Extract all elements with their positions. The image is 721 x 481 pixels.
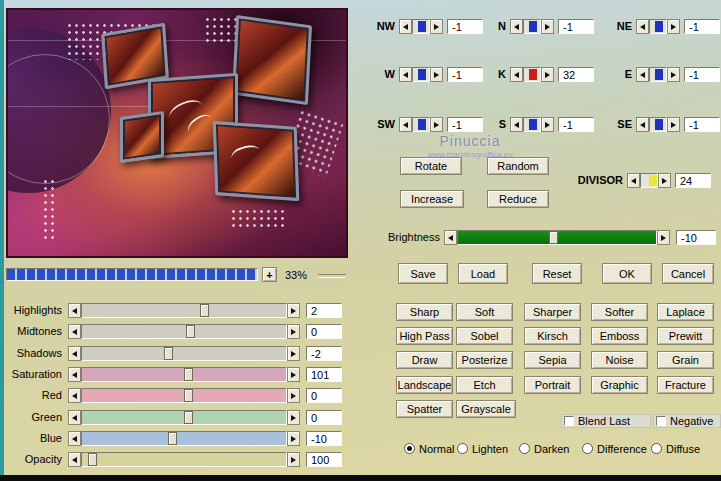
matrix-spinner-nw[interactable] [399, 19, 443, 34]
filter-soft-button[interactable]: Soft [456, 303, 513, 321]
spinner-right-arrow[interactable] [430, 67, 443, 82]
checkbox-box-icon[interactable] [656, 416, 666, 426]
slider-left-arrow[interactable] [444, 230, 457, 245]
matrix-spinner-k[interactable] [510, 67, 554, 82]
slider-track[interactable] [81, 324, 287, 339]
filter-sharper-button[interactable]: Sharper [524, 303, 581, 321]
slider-right-arrow[interactable] [287, 410, 300, 425]
green-slider[interactable] [68, 410, 300, 425]
spinner-right-arrow[interactable] [658, 173, 671, 188]
slider-left-arrow[interactable] [68, 324, 81, 339]
spinner-thumb[interactable] [655, 69, 663, 80]
matrix-spinner-w[interactable] [399, 67, 443, 82]
slider-right-arrow[interactable] [287, 452, 300, 467]
random-button[interactable]: Random [487, 157, 549, 175]
filter-sobel-button[interactable]: Sobel [456, 327, 513, 345]
slider-right-arrow[interactable] [287, 388, 300, 403]
spinner-track[interactable] [649, 117, 667, 132]
filter-portrait-button[interactable]: Portrait [524, 376, 581, 394]
slider-track[interactable] [81, 367, 287, 382]
checkbox-box-icon[interactable] [564, 416, 574, 426]
slider-left-arrow[interactable] [68, 431, 81, 446]
slider-left-arrow[interactable] [68, 346, 81, 361]
blend-mode-difference[interactable]: Difference [582, 442, 647, 455]
rotate-button[interactable]: Rotate [400, 157, 462, 175]
slider-thumb[interactable] [164, 347, 173, 360]
save-button[interactable]: Save [398, 263, 448, 284]
slider-right-arrow[interactable] [287, 324, 300, 339]
spinner-track[interactable] [523, 67, 541, 82]
matrix-value-s[interactable]: -1 [558, 117, 594, 132]
spinner-thumb[interactable] [649, 175, 657, 186]
filter-kirsch-button[interactable]: Kirsch [524, 327, 581, 345]
matrix-value-w[interactable]: -1 [447, 67, 483, 82]
spinner-right-arrow[interactable] [430, 117, 443, 132]
slider-track[interactable] [81, 303, 287, 318]
slider-track[interactable] [81, 346, 287, 361]
blend-last-checkbox[interactable]: Blend Last [561, 414, 651, 428]
slider-left-arrow[interactable] [68, 303, 81, 318]
spinner-thumb[interactable] [655, 21, 663, 32]
slider-track[interactable] [81, 388, 287, 403]
red-slider[interactable] [68, 388, 300, 403]
filter-etch-button[interactable]: Etch [456, 376, 513, 394]
matrix-spinner-se[interactable] [636, 117, 680, 132]
spinner-thumb[interactable] [418, 119, 426, 130]
matrix-spinner-ne[interactable] [636, 19, 680, 34]
divisor-value[interactable]: 24 [675, 173, 711, 188]
filter-grain-button[interactable]: Grain [657, 351, 714, 369]
matrix-value-e[interactable]: -1 [684, 67, 720, 82]
matrix-spinner-s[interactable] [510, 117, 554, 132]
filter-sepia-button[interactable]: Sepia [524, 351, 581, 369]
negative-checkbox[interactable]: Negative [653, 414, 721, 428]
slider-thumb[interactable] [186, 325, 195, 338]
matrix-value-se[interactable]: -1 [684, 117, 720, 132]
brightness-track[interactable] [457, 230, 657, 245]
spinner-track[interactable] [412, 117, 430, 132]
spinner-right-arrow[interactable] [541, 67, 554, 82]
filter-laplace-button[interactable]: Laplace [657, 303, 714, 321]
slider-track[interactable] [81, 452, 287, 467]
spinner-left-arrow[interactable] [399, 19, 412, 34]
spinner-right-arrow[interactable] [667, 19, 680, 34]
matrix-value-k[interactable]: 32 [558, 67, 594, 82]
load-button[interactable]: Load [458, 263, 508, 284]
spinner-right-arrow[interactable] [430, 19, 443, 34]
blue-value[interactable]: -10 [306, 431, 342, 446]
spinner-right-arrow[interactable] [541, 19, 554, 34]
slider-right-arrow[interactable] [287, 367, 300, 382]
filter-noise-button[interactable]: Noise [591, 351, 648, 369]
opacity-value[interactable]: 100 [306, 452, 342, 467]
radio-icon[interactable] [519, 443, 530, 454]
spinner-track[interactable] [523, 117, 541, 132]
filter-prewitt-button[interactable]: Prewitt [657, 327, 714, 345]
opacity-slider[interactable] [68, 452, 300, 467]
zoom-plus-button[interactable]: + [262, 267, 277, 282]
spinner-track[interactable] [412, 19, 430, 34]
preview-image[interactable] [6, 8, 348, 258]
shadows-value[interactable]: -2 [306, 346, 342, 361]
matrix-value-n[interactable]: -1 [558, 19, 594, 34]
spinner-left-arrow[interactable] [510, 19, 523, 34]
spinner-thumb[interactable] [418, 21, 426, 32]
highlights-value[interactable]: 2 [306, 303, 342, 318]
slider-right-arrow[interactable] [287, 346, 300, 361]
spinner-left-arrow[interactable] [636, 67, 649, 82]
slider-track[interactable] [81, 431, 287, 446]
spinner-track[interactable] [412, 67, 430, 82]
matrix-spinner-n[interactable] [510, 19, 554, 34]
slider-thumb[interactable] [168, 432, 177, 445]
spinner-right-arrow[interactable] [667, 67, 680, 82]
spinner-track[interactable] [649, 67, 667, 82]
filter-highpass-button[interactable]: High Pass [396, 327, 453, 345]
spinner-left-arrow[interactable] [636, 117, 649, 132]
spinner-left-arrow[interactable] [399, 117, 412, 132]
slider-left-arrow[interactable] [68, 367, 81, 382]
blend-mode-darken[interactable]: Darken [519, 442, 569, 455]
slider-thumb[interactable] [184, 368, 193, 381]
spinner-thumb[interactable] [418, 69, 426, 80]
increase-button[interactable]: Increase [400, 190, 464, 208]
filter-sharp-button[interactable]: Sharp [396, 303, 453, 321]
blend-mode-lighten[interactable]: Lighten [457, 442, 508, 455]
brightness-thumb[interactable] [549, 231, 558, 244]
